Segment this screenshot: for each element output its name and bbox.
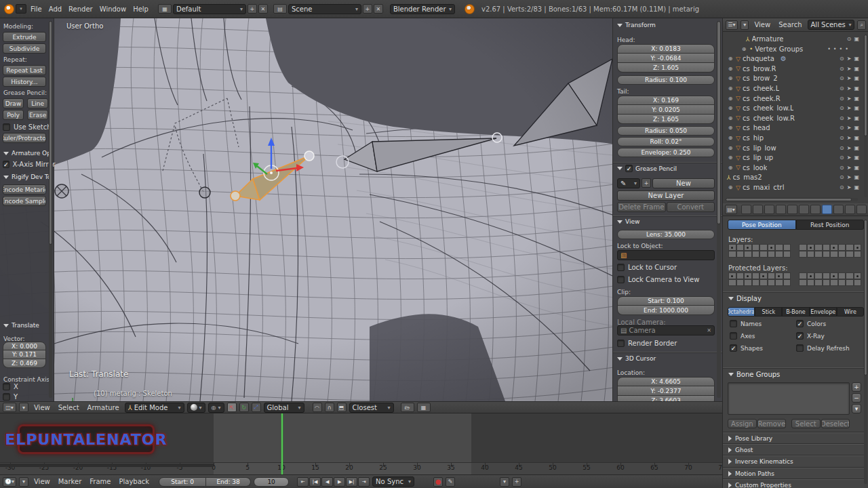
remove-bone-group-button[interactable]: − bbox=[852, 393, 861, 403]
add-bone-group-button[interactable]: + bbox=[852, 382, 861, 392]
encode-sample-button[interactable]: Encode Sample bbox=[3, 196, 46, 206]
current-frame-field[interactable]: 10 bbox=[254, 477, 289, 487]
mode-dropdown[interactable]: ⅄Edit Mode▾ bbox=[125, 403, 184, 413]
selectable-toggle-icon[interactable]: ➤ bbox=[847, 165, 852, 171]
hide-toggle-icon[interactable]: ⊙ bbox=[840, 165, 844, 171]
blender-logo-icon[interactable] bbox=[4, 4, 14, 14]
properties-scrollbar-thumb[interactable] bbox=[864, 220, 867, 375]
menu-view[interactable]: View bbox=[31, 478, 53, 485]
outliner-item-label[interactable]: cs_cheek_low.R bbox=[743, 115, 795, 122]
display-names-checkbox[interactable]: Names bbox=[730, 320, 762, 327]
protected-layer-cell[interactable] bbox=[752, 272, 760, 279]
render-toggle-icon[interactable]: ▣ bbox=[854, 115, 859, 121]
grease-pencil-panel-header[interactable]: ✓ Grease Pencil bbox=[617, 165, 715, 172]
selectable-toggle-icon[interactable]: ➤ bbox=[847, 115, 852, 121]
timeline-editor-type-button[interactable]: 🕐▾ bbox=[3, 477, 16, 487]
armature-layer-cell[interactable] bbox=[760, 251, 768, 258]
protected-layer-cell[interactable] bbox=[775, 272, 783, 279]
previous-keyframe-button[interactable]: |◀ bbox=[309, 477, 321, 487]
armature-layer-cell[interactable] bbox=[768, 244, 776, 251]
jump-to-end-button[interactable]: ⇥ bbox=[358, 477, 370, 487]
hide-toggle-icon[interactable]: ⊙ bbox=[840, 184, 844, 190]
protected-layer-cell[interactable] bbox=[799, 272, 807, 279]
gp-erase-button[interactable]: Erase bbox=[27, 110, 48, 120]
bone-tab-icon[interactable] bbox=[833, 205, 844, 214]
render-toggle-icon[interactable]: ▣ bbox=[854, 75, 859, 81]
expand-icon[interactable]: ⊕ bbox=[727, 155, 734, 161]
clip-end-field[interactable]: End: 1000.000 bbox=[617, 306, 715, 315]
menu-select[interactable]: Select bbox=[56, 404, 82, 411]
protected-layer-cell[interactable] bbox=[838, 272, 846, 279]
expand-icon[interactable]: ⊕ bbox=[741, 46, 747, 52]
outliner-item[interactable]: ⊕▽cs_lip_low⊙➤▣ bbox=[723, 143, 868, 153]
render-toggle-icon[interactable]: ▣ bbox=[854, 66, 859, 72]
render-toggle-icon[interactable]: ▣ bbox=[854, 96, 859, 102]
bone-group-specials-button[interactable]: ▾ bbox=[852, 404, 861, 413]
outliner-item-label[interactable]: cs_maxi_ctrl bbox=[743, 184, 785, 191]
cursor-x-field[interactable]: X: 4.6605 bbox=[617, 377, 715, 386]
armature-layer-cell[interactable] bbox=[744, 244, 752, 251]
armature-layer-cell[interactable] bbox=[728, 244, 736, 251]
outliner-item-label[interactable]: cs_cheek_low.L bbox=[743, 104, 794, 112]
timeline-editor[interactable]: -30-25-20-15-10-505101520253035404550556… bbox=[0, 413, 722, 474]
menu-file[interactable]: File bbox=[28, 5, 45, 13]
protected-layer-cell[interactable] bbox=[854, 272, 862, 279]
protected-layer-cell[interactable] bbox=[807, 279, 815, 286]
outliner-item[interactable]: ⊕▽cs_brow.R⊙➤▣ bbox=[723, 64, 868, 74]
armature-layer-cell[interactable] bbox=[736, 244, 745, 251]
protected-layer-cell[interactable] bbox=[814, 272, 823, 279]
menu-add[interactable]: Add bbox=[46, 5, 64, 13]
outliner-scrollbar-thumb[interactable] bbox=[864, 35, 867, 136]
armature-layer-cell[interactable] bbox=[783, 251, 791, 258]
local-camera-field[interactable]: ▤Camera✕ bbox=[617, 325, 715, 336]
translate-redo-panel-header[interactable]: Translate bbox=[3, 322, 39, 329]
protected-layer-cell[interactable] bbox=[736, 272, 745, 279]
translate-z-field[interactable]: Z: 0.469 bbox=[3, 359, 46, 368]
gp-new-layer-button[interactable]: New Layer bbox=[617, 190, 715, 201]
tail-z-field[interactable]: Z: 1.605 bbox=[617, 115, 715, 124]
render-opengl-anim-button[interactable]: ▦ bbox=[417, 403, 431, 412]
assign-button[interactable]: Assign bbox=[728, 419, 757, 428]
armature-layer-cell[interactable] bbox=[838, 251, 846, 258]
gp-line-button[interactable]: Line bbox=[27, 98, 48, 108]
render-border-checkbox[interactable]: Render Border bbox=[617, 340, 715, 347]
delete-scene-button[interactable]: ✕ bbox=[374, 4, 383, 14]
hide-toggle-icon[interactable]: ⊙ bbox=[840, 56, 844, 62]
selectable-toggle-icon[interactable]: ➤ bbox=[847, 85, 852, 92]
hide-toggle-icon[interactable]: ⊙ bbox=[840, 125, 844, 131]
display-mode-b-bone[interactable]: B-Bone bbox=[782, 307, 809, 317]
armature-layer-cell[interactable] bbox=[814, 244, 823, 251]
envelope-field[interactable]: Envelope: 0.250 bbox=[617, 148, 715, 157]
hide-toggle-icon[interactable]: ⊙ bbox=[840, 174, 844, 180]
view-panel-header[interactable]: View bbox=[617, 218, 715, 225]
tail-y-field[interactable]: Y: 0.0205 bbox=[617, 105, 715, 115]
display-mode-octahedral[interactable]: Octahedral bbox=[728, 307, 755, 317]
render-toggle-icon[interactable]: ▣ bbox=[854, 105, 859, 111]
render-toggle-icon[interactable]: ▣ bbox=[854, 145, 859, 151]
add-scene-button[interactable]: + bbox=[363, 4, 372, 14]
protected-layer-cell[interactable] bbox=[807, 272, 815, 279]
head-y-field[interactable]: Y: -0.0684 bbox=[617, 54, 715, 63]
display-panel-header[interactable]: Display bbox=[728, 295, 762, 302]
lock-to-cursor-checkbox[interactable]: Lock to Cursor bbox=[617, 264, 715, 271]
outliner-item-label[interactable]: cs_lip_low bbox=[743, 144, 776, 152]
outliner-item[interactable]: ⊕▽cs_cheek_low.R⊙➤▣ bbox=[723, 113, 868, 123]
head-radius-field[interactable]: Radius: 0.100 bbox=[617, 75, 715, 85]
protected-layer-cell[interactable] bbox=[728, 279, 736, 286]
expand-icon[interactable]: ⊕ bbox=[727, 96, 734, 102]
panel-motion-paths[interactable]: Motion Paths bbox=[723, 468, 864, 479]
add-layout-button[interactable]: + bbox=[248, 4, 257, 14]
outliner-item[interactable]: ⊕▽chaqueta⚙⊙➤▣ bbox=[723, 54, 868, 64]
editor-type-button[interactable]: ▤▾ bbox=[725, 205, 737, 214]
display-delay-refresh-checkbox[interactable]: Delay Refresh bbox=[796, 344, 850, 352]
gp-draw-mode-dropdown[interactable]: ✎▾ bbox=[617, 178, 640, 188]
expand-icon[interactable]: ⊕ bbox=[727, 66, 734, 72]
delete-layout-button[interactable]: ✕ bbox=[258, 4, 268, 14]
render-tab-icon[interactable] bbox=[741, 205, 751, 214]
render-toggle-icon[interactable]: ▣ bbox=[854, 85, 859, 92]
display-mode-stick[interactable]: Stick bbox=[755, 307, 782, 317]
menu-marker[interactable]: Marker bbox=[56, 478, 85, 485]
collapse-menus-icon[interactable]: ▾ bbox=[19, 403, 28, 412]
hide-toggle-icon[interactable]: ⊙ bbox=[847, 36, 852, 42]
bone-groups-list[interactable] bbox=[728, 382, 850, 415]
